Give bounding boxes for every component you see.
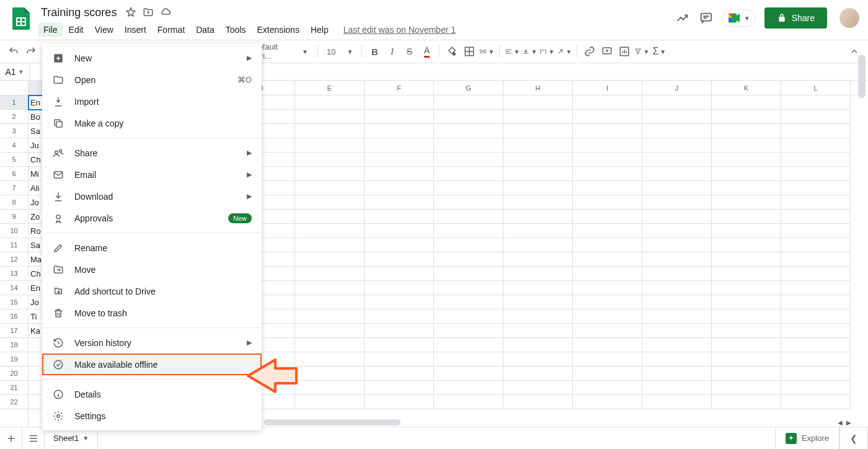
cell[interactable] bbox=[295, 181, 365, 195]
column-header[interactable]: F bbox=[365, 81, 434, 96]
cell[interactable] bbox=[781, 167, 851, 181]
cell[interactable] bbox=[642, 210, 712, 224]
cell[interactable] bbox=[573, 238, 642, 252]
cell[interactable] bbox=[295, 381, 365, 395]
cell[interactable] bbox=[365, 124, 434, 138]
row-header[interactable]: 8 bbox=[0, 195, 28, 210]
cell[interactable] bbox=[434, 138, 503, 153]
meet-button[interactable]: ▼ bbox=[722, 9, 756, 27]
cell[interactable] bbox=[365, 338, 434, 352]
wrap-icon[interactable]: ▼ bbox=[539, 44, 554, 59]
merge-icon[interactable]: ▼ bbox=[479, 44, 494, 59]
cell[interactable] bbox=[642, 281, 712, 295]
row-header[interactable]: 9 bbox=[0, 210, 28, 224]
cell[interactable] bbox=[712, 110, 781, 124]
cell[interactable] bbox=[573, 395, 642, 409]
cell[interactable] bbox=[434, 153, 503, 167]
account-avatar[interactable] bbox=[839, 8, 859, 28]
cell[interactable] bbox=[573, 324, 642, 338]
cell[interactable] bbox=[573, 96, 642, 110]
cell[interactable] bbox=[642, 238, 712, 252]
v-align-icon[interactable]: ▼ bbox=[522, 44, 537, 59]
cell[interactable] bbox=[781, 138, 851, 153]
h-align-icon[interactable]: ▼ bbox=[505, 44, 520, 59]
cell[interactable] bbox=[365, 395, 434, 409]
cell[interactable] bbox=[503, 96, 573, 110]
row-header[interactable]: 2 bbox=[0, 110, 28, 124]
cell[interactable] bbox=[712, 167, 781, 181]
menu-item-download[interactable]: Download▶ bbox=[42, 185, 262, 207]
cell[interactable] bbox=[712, 309, 781, 324]
text-color-icon[interactable]: A bbox=[419, 44, 434, 59]
cell[interactable] bbox=[642, 338, 712, 352]
cell[interactable] bbox=[781, 224, 851, 238]
row-header[interactable]: 11 bbox=[0, 238, 28, 252]
cell[interactable] bbox=[503, 324, 573, 338]
row-header[interactable]: 5 bbox=[0, 153, 28, 167]
row-header[interactable]: 22 bbox=[0, 395, 28, 409]
strikethrough-icon[interactable]: S bbox=[402, 44, 417, 59]
cell[interactable] bbox=[573, 309, 642, 324]
cell[interactable] bbox=[434, 367, 503, 381]
cell[interactable] bbox=[781, 252, 851, 267]
cell[interactable] bbox=[295, 110, 365, 124]
cell[interactable] bbox=[295, 124, 365, 138]
cell[interactable] bbox=[781, 195, 851, 210]
cell[interactable] bbox=[434, 238, 503, 252]
cell[interactable] bbox=[365, 110, 434, 124]
cell[interactable] bbox=[434, 252, 503, 267]
vertical-scrollbar[interactable] bbox=[858, 55, 866, 98]
cell[interactable] bbox=[295, 138, 365, 153]
cell[interactable] bbox=[573, 153, 642, 167]
cell[interactable] bbox=[295, 338, 365, 352]
cell[interactable] bbox=[642, 367, 712, 381]
cell[interactable] bbox=[365, 381, 434, 395]
cell[interactable] bbox=[434, 195, 503, 210]
menu-item-move-to-trash[interactable]: Move to trash bbox=[42, 302, 262, 324]
trend-icon[interactable] bbox=[675, 11, 690, 25]
cell[interactable] bbox=[503, 181, 573, 195]
row-header[interactable]: 19 bbox=[0, 352, 28, 367]
cell[interactable] bbox=[434, 352, 503, 367]
cell[interactable] bbox=[642, 309, 712, 324]
cell[interactable] bbox=[365, 367, 434, 381]
cell[interactable] bbox=[365, 309, 434, 324]
menu-item-email[interactable]: Email▶ bbox=[42, 164, 262, 185]
cell[interactable] bbox=[712, 295, 781, 309]
cell[interactable] bbox=[295, 267, 365, 281]
cell[interactable] bbox=[365, 181, 434, 195]
cell[interactable] bbox=[295, 281, 365, 295]
cell[interactable] bbox=[642, 153, 712, 167]
all-sheets-icon[interactable] bbox=[22, 427, 45, 450]
column-header[interactable]: E bbox=[295, 81, 365, 96]
side-panel-toggle-icon[interactable]: ❮ bbox=[839, 427, 868, 449]
cell[interactable] bbox=[712, 138, 781, 153]
row-header[interactable]: 13 bbox=[0, 267, 28, 281]
cell[interactable] bbox=[781, 267, 851, 281]
row-header[interactable]: 12 bbox=[0, 252, 28, 267]
cell[interactable] bbox=[781, 309, 851, 324]
cell[interactable] bbox=[434, 381, 503, 395]
row-header[interactable]: 3 bbox=[0, 124, 28, 138]
cell[interactable] bbox=[781, 324, 851, 338]
cell[interactable] bbox=[642, 96, 712, 110]
cell[interactable] bbox=[573, 267, 642, 281]
menu-format[interactable]: Format bbox=[153, 22, 190, 37]
cell[interactable] bbox=[781, 295, 851, 309]
cell[interactable] bbox=[573, 110, 642, 124]
cell[interactable] bbox=[781, 367, 851, 381]
cell[interactable] bbox=[642, 124, 712, 138]
cell[interactable] bbox=[295, 309, 365, 324]
menu-item-make-available-offline[interactable]: Make available offline bbox=[42, 353, 262, 375]
row-header[interactable]: 14 bbox=[0, 281, 28, 295]
menu-item-import[interactable]: Import bbox=[42, 91, 262, 112]
cell[interactable] bbox=[712, 324, 781, 338]
menu-insert[interactable]: Insert bbox=[120, 22, 151, 37]
move-folder-icon[interactable] bbox=[143, 7, 154, 18]
cell[interactable] bbox=[503, 338, 573, 352]
cell[interactable] bbox=[503, 138, 573, 153]
menu-item-add-shortcut-to-drive[interactable]: Add shortcut to Drive bbox=[42, 280, 262, 302]
cell[interactable] bbox=[503, 381, 573, 395]
column-header[interactable]: I bbox=[573, 81, 642, 96]
scroll-right-icon[interactable]: ▶ bbox=[844, 418, 853, 427]
